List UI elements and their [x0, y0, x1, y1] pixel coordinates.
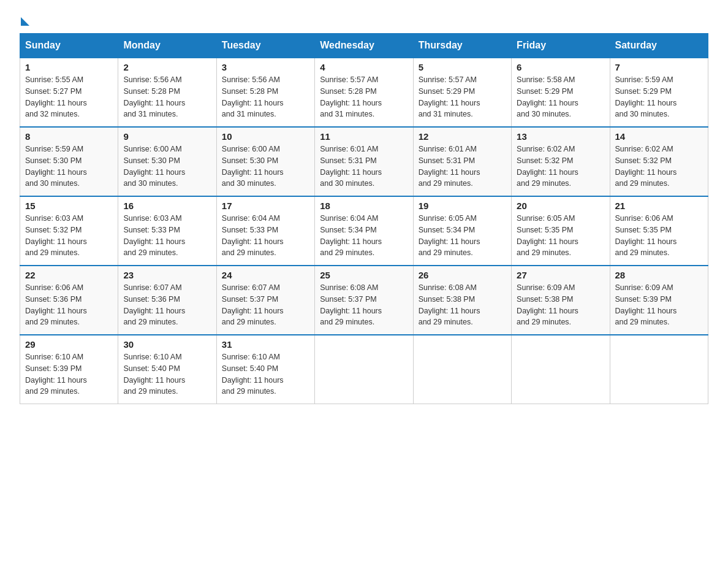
calendar-cell [413, 335, 511, 404]
day-number: 10 [222, 131, 309, 142]
calendar-cell: 8 Sunrise: 5:59 AMSunset: 5:30 PMDayligh… [20, 127, 118, 196]
sun-info: Sunrise: 6:02 AMSunset: 5:32 PMDaylight:… [517, 145, 578, 188]
col-tuesday: Tuesday [216, 34, 314, 58]
calendar-cell: 12 Sunrise: 6:01 AMSunset: 5:31 PMDaylig… [413, 127, 511, 196]
day-number: 25 [320, 270, 408, 280]
logo [20, 15, 29, 23]
sun-info: Sunrise: 5:56 AMSunset: 5:28 PMDaylight:… [123, 75, 185, 118]
sun-info: Sunrise: 6:03 AMSunset: 5:32 PMDaylight:… [25, 214, 87, 257]
logo-triangle-icon [21, 17, 29, 26]
calendar-body: 1 Sunrise: 5:55 AMSunset: 5:27 PMDayligh… [20, 58, 708, 404]
day-number: 30 [123, 339, 211, 350]
sun-info: Sunrise: 5:59 AMSunset: 5:29 PMDaylight:… [615, 75, 677, 118]
sun-info: Sunrise: 6:01 AMSunset: 5:31 PMDaylight:… [320, 145, 382, 188]
calendar-cell [512, 335, 610, 404]
calendar-cell: 20 Sunrise: 6:05 AMSunset: 5:35 PMDaylig… [512, 196, 610, 266]
sun-info: Sunrise: 6:09 AMSunset: 5:39 PMDaylight:… [615, 283, 677, 326]
calendar-cell: 16 Sunrise: 6:03 AMSunset: 5:33 PMDaylig… [118, 196, 216, 266]
sun-info: Sunrise: 5:56 AMSunset: 5:28 PMDaylight:… [222, 75, 284, 118]
day-number: 15 [25, 201, 113, 211]
sun-info: Sunrise: 6:08 AMSunset: 5:38 PMDaylight:… [419, 283, 480, 326]
sun-info: Sunrise: 6:07 AMSunset: 5:37 PMDaylight:… [222, 283, 284, 326]
day-number: 11 [320, 131, 408, 142]
calendar-cell: 21 Sunrise: 6:06 AMSunset: 5:35 PMDaylig… [610, 196, 708, 266]
calendar-cell: 23 Sunrise: 6:07 AMSunset: 5:36 PMDaylig… [118, 266, 216, 335]
sun-info: Sunrise: 6:00 AMSunset: 5:30 PMDaylight:… [123, 145, 185, 188]
day-number: 26 [419, 270, 506, 280]
calendar-cell [610, 335, 708, 404]
sun-info: Sunrise: 6:05 AMSunset: 5:34 PMDaylight:… [419, 214, 480, 257]
sun-info: Sunrise: 6:06 AMSunset: 5:36 PMDaylight:… [25, 283, 87, 326]
calendar-cell: 5 Sunrise: 5:57 AMSunset: 5:29 PMDayligh… [413, 58, 511, 127]
sun-info: Sunrise: 6:04 AMSunset: 5:33 PMDaylight:… [222, 214, 284, 257]
day-number: 18 [320, 201, 408, 211]
calendar-week-row: 15 Sunrise: 6:03 AMSunset: 5:32 PMDaylig… [20, 196, 708, 266]
calendar-cell: 2 Sunrise: 5:56 AMSunset: 5:28 PMDayligh… [118, 58, 216, 127]
sun-info: Sunrise: 6:07 AMSunset: 5:36 PMDaylight:… [123, 283, 185, 326]
sun-info: Sunrise: 6:06 AMSunset: 5:35 PMDaylight:… [615, 214, 677, 257]
day-number: 1 [25, 62, 113, 72]
sun-info: Sunrise: 5:55 AMSunset: 5:27 PMDaylight:… [25, 75, 87, 118]
day-number: 27 [517, 270, 604, 280]
day-number: 3 [222, 62, 309, 72]
day-number: 19 [419, 201, 506, 211]
calendar-cell: 30 Sunrise: 6:10 AMSunset: 5:40 PMDaylig… [118, 335, 216, 404]
calendar-week-row: 29 Sunrise: 6:10 AMSunset: 5:39 PMDaylig… [20, 335, 708, 404]
day-number: 13 [517, 131, 604, 142]
sun-info: Sunrise: 6:08 AMSunset: 5:37 PMDaylight:… [320, 283, 382, 326]
calendar-cell: 28 Sunrise: 6:09 AMSunset: 5:39 PMDaylig… [610, 266, 708, 335]
day-number: 14 [615, 131, 703, 142]
calendar-table: Sunday Monday Tuesday Wednesday Thursday… [20, 33, 708, 404]
calendar-cell: 18 Sunrise: 6:04 AMSunset: 5:34 PMDaylig… [315, 196, 413, 266]
calendar-cell: 10 Sunrise: 6:00 AMSunset: 5:30 PMDaylig… [216, 127, 314, 196]
calendar-cell: 4 Sunrise: 5:57 AMSunset: 5:28 PMDayligh… [315, 58, 413, 127]
day-number: 8 [25, 131, 113, 142]
calendar-cell: 13 Sunrise: 6:02 AMSunset: 5:32 PMDaylig… [512, 127, 610, 196]
day-number: 21 [615, 201, 703, 211]
sun-info: Sunrise: 6:05 AMSunset: 5:35 PMDaylight:… [517, 214, 578, 257]
calendar-cell: 29 Sunrise: 6:10 AMSunset: 5:39 PMDaylig… [20, 335, 118, 404]
day-number: 23 [123, 270, 211, 280]
calendar-cell: 26 Sunrise: 6:08 AMSunset: 5:38 PMDaylig… [413, 266, 511, 335]
day-number: 28 [615, 270, 703, 280]
col-friday: Friday [512, 34, 610, 58]
calendar-cell: 15 Sunrise: 6:03 AMSunset: 5:32 PMDaylig… [20, 196, 118, 266]
calendar-cell: 7 Sunrise: 5:59 AMSunset: 5:29 PMDayligh… [610, 58, 708, 127]
header-row: Sunday Monday Tuesday Wednesday Thursday… [20, 34, 708, 58]
day-number: 5 [419, 62, 506, 72]
sun-info: Sunrise: 6:00 AMSunset: 5:30 PMDaylight:… [222, 145, 284, 188]
day-number: 24 [222, 270, 309, 280]
day-number: 22 [25, 270, 113, 280]
sun-info: Sunrise: 5:59 AMSunset: 5:30 PMDaylight:… [25, 145, 87, 188]
day-number: 9 [123, 131, 211, 142]
day-number: 4 [320, 62, 408, 72]
col-monday: Monday [118, 34, 216, 58]
sun-info: Sunrise: 5:57 AMSunset: 5:29 PMDaylight:… [419, 75, 480, 118]
calendar-cell: 9 Sunrise: 6:00 AMSunset: 5:30 PMDayligh… [118, 127, 216, 196]
sun-info: Sunrise: 5:57 AMSunset: 5:28 PMDaylight:… [320, 75, 382, 118]
calendar-cell: 3 Sunrise: 5:56 AMSunset: 5:28 PMDayligh… [216, 58, 314, 127]
day-number: 12 [419, 131, 506, 142]
calendar-cell: 31 Sunrise: 6:10 AMSunset: 5:40 PMDaylig… [216, 335, 314, 404]
calendar-cell: 11 Sunrise: 6:01 AMSunset: 5:31 PMDaylig… [315, 127, 413, 196]
day-number: 6 [517, 62, 604, 72]
sun-info: Sunrise: 6:09 AMSunset: 5:38 PMDaylight:… [517, 283, 578, 326]
day-number: 20 [517, 201, 604, 211]
day-number: 31 [222, 339, 309, 350]
sun-info: Sunrise: 6:01 AMSunset: 5:31 PMDaylight:… [419, 145, 480, 188]
day-number: 29 [25, 339, 113, 350]
col-wednesday: Wednesday [315, 34, 413, 58]
day-number: 2 [123, 62, 211, 72]
calendar-week-row: 22 Sunrise: 6:06 AMSunset: 5:36 PMDaylig… [20, 266, 708, 335]
calendar-cell: 14 Sunrise: 6:02 AMSunset: 5:32 PMDaylig… [610, 127, 708, 196]
sun-info: Sunrise: 6:03 AMSunset: 5:33 PMDaylight:… [123, 214, 185, 257]
calendar-cell: 6 Sunrise: 5:58 AMSunset: 5:29 PMDayligh… [512, 58, 610, 127]
calendar-cell: 22 Sunrise: 6:06 AMSunset: 5:36 PMDaylig… [20, 266, 118, 335]
calendar-week-row: 1 Sunrise: 5:55 AMSunset: 5:27 PMDayligh… [20, 58, 708, 127]
col-sunday: Sunday [20, 34, 118, 58]
day-number: 17 [222, 201, 309, 211]
calendar-cell: 24 Sunrise: 6:07 AMSunset: 5:37 PMDaylig… [216, 266, 314, 335]
day-number: 16 [123, 201, 211, 211]
sun-info: Sunrise: 6:04 AMSunset: 5:34 PMDaylight:… [320, 214, 382, 257]
calendar-cell [315, 335, 413, 404]
